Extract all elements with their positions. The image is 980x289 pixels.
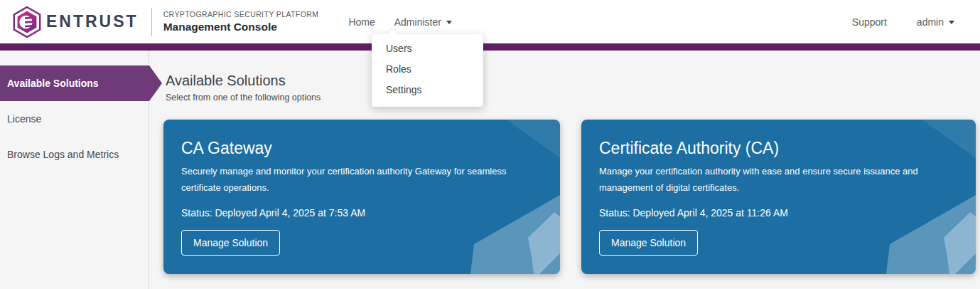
page-header: Available Solutions Select from one of t… bbox=[166, 73, 321, 103]
card-title: CA Gateway bbox=[181, 137, 542, 159]
menu-item-roles[interactable]: Roles bbox=[372, 59, 483, 80]
brand-logo[interactable]: ENTRUST bbox=[11, 6, 139, 38]
sidebar-item-available-solutions[interactable]: Available Solutions bbox=[0, 65, 149, 101]
sidebar-item-browse-logs-and-metrics[interactable]: Browse Logs and Metrics bbox=[0, 137, 149, 172]
brand-divider bbox=[151, 8, 152, 36]
card-status: Status: Deployed April 4, 2025 at 11:26 … bbox=[599, 207, 958, 219]
nav-support-link[interactable]: Support bbox=[852, 16, 887, 28]
menu-item-settings[interactable]: Settings bbox=[372, 80, 483, 100]
user-menu-button[interactable]: admin bbox=[917, 16, 954, 28]
sidebar-item-license[interactable]: License bbox=[0, 101, 149, 137]
secondary-nav: Support admin bbox=[852, 16, 954, 28]
solution-card-ca-gateway: CA Gateway Securely manage and monitor y… bbox=[163, 120, 560, 274]
entrust-wordmark: ENTRUST bbox=[46, 12, 139, 31]
brand-accent-bar bbox=[0, 43, 980, 51]
menu-item-users[interactable]: Users bbox=[372, 38, 483, 59]
nav-administer-label: Administer bbox=[394, 16, 441, 28]
page-title: Available Solutions bbox=[166, 73, 321, 89]
entrust-hexagon-icon bbox=[11, 6, 43, 38]
card-description: Manage your certification authority with… bbox=[599, 163, 954, 196]
app-header: ENTRUST CRYPTOGRAPHIC SECURITY PLATFORM … bbox=[0, 0, 980, 43]
card-status: Status: Deployed April 4, 2025 at 7:53 A… bbox=[181, 207, 542, 219]
manage-solution-button[interactable]: Manage Solution bbox=[599, 230, 698, 256]
primary-nav: Home Administer bbox=[348, 16, 452, 28]
chevron-down-icon bbox=[949, 21, 954, 24]
console-label: Management Console bbox=[163, 21, 319, 33]
solution-cards: CA Gateway Securely manage and monitor y… bbox=[163, 120, 976, 274]
platform-label: CRYPTOGRAPHIC SECURITY PLATFORM bbox=[163, 10, 319, 19]
app-window: ENTRUST CRYPTOGRAPHIC SECURITY PLATFORM … bbox=[0, 0, 980, 289]
nav-home-label: Home bbox=[348, 16, 375, 28]
sidebar-item-label: License bbox=[7, 113, 41, 125]
manage-solution-button[interactable]: Manage Solution bbox=[181, 230, 280, 256]
page-subtitle: Select from one of the following options bbox=[166, 93, 321, 103]
nav-administer-link[interactable]: Administer bbox=[394, 16, 452, 28]
administer-dropdown-menu: Users Roles Settings bbox=[372, 34, 483, 107]
sidebar: Available Solutions License Browse Logs … bbox=[0, 51, 149, 289]
platform-title-block: CRYPTOGRAPHIC SECURITY PLATFORM Manageme… bbox=[163, 10, 319, 33]
nav-home-link[interactable]: Home bbox=[348, 16, 375, 28]
card-description: Securely manage and monitor your certifi… bbox=[181, 163, 537, 196]
nav-support-label: Support bbox=[852, 16, 887, 28]
chevron-down-icon bbox=[446, 21, 452, 24]
sidebar-item-label: Browse Logs and Metrics bbox=[7, 149, 119, 160]
solution-card-certificate-authority: Certificate Authority (CA) Manage your c… bbox=[581, 120, 976, 274]
user-menu-label: admin bbox=[917, 16, 944, 28]
sidebar-item-label: Available Solutions bbox=[7, 78, 99, 89]
card-title: Certificate Authority (CA) bbox=[599, 137, 958, 159]
